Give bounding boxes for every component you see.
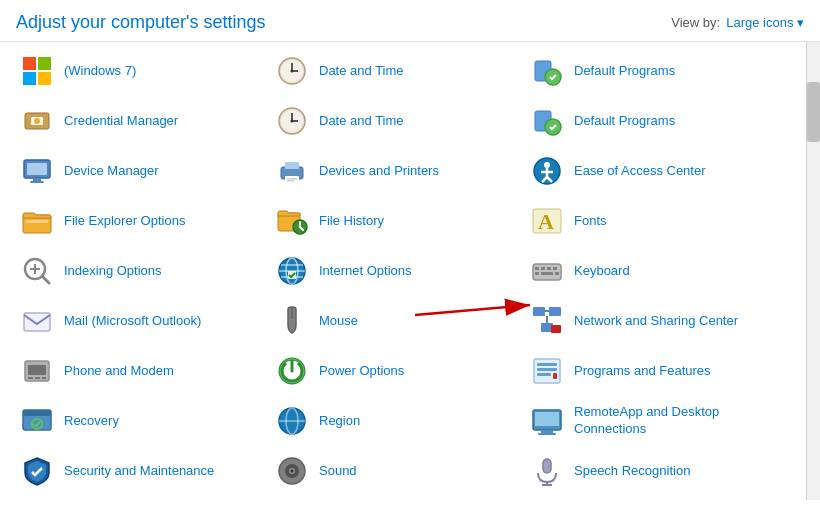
grid-item-recovery[interactable]: Recovery (8, 396, 263, 446)
svg-point-13 (34, 118, 40, 124)
recovery-icon (20, 404, 54, 438)
grid-row: File Explorer OptionsFile HistoryAFonts (8, 196, 806, 246)
default-programs-icon (530, 54, 564, 88)
items-grid: (Windows 7)Date and TimeDefault Programs… (0, 42, 806, 500)
grid-item-mail-outlook[interactable]: Mail (Microsoft Outlook) (8, 296, 263, 346)
grid-item-default-programs[interactable]: Default Programs (518, 46, 773, 96)
keyboard-icon (530, 254, 564, 288)
file-history-icon (275, 204, 309, 238)
grid-item-programs-features[interactable]: Programs and Features (518, 346, 773, 396)
grid-item-default-programs2[interactable]: Default Programs (518, 96, 773, 146)
device-manager-icon (20, 154, 54, 188)
item-label-internet-options: Internet Options (319, 263, 412, 280)
sound-icon (275, 454, 309, 488)
grid-item-fonts[interactable]: AFonts (518, 196, 773, 246)
grid-item-file-history[interactable]: File History (263, 196, 518, 246)
item-label-indexing-options: Indexing Options (64, 263, 162, 280)
item-label-date-time2: Date and Time (319, 113, 404, 130)
svg-text:A: A (538, 209, 554, 234)
grid-item-date-time2[interactable]: Date and Time (263, 96, 518, 146)
content-area: (Windows 7)Date and TimeDefault Programs… (0, 42, 820, 500)
svg-rect-78 (537, 363, 557, 366)
svg-rect-79 (537, 368, 557, 371)
datetime-icon (275, 54, 309, 88)
grid-item-security-maintenance[interactable]: Security and Maintenance (8, 446, 263, 496)
view-by-value[interactable]: Large icons ▾ (726, 15, 804, 30)
grid-item-device-manager[interactable]: Device Manager (8, 146, 263, 196)
scrollbar-thumb[interactable] (807, 82, 820, 142)
svg-rect-53 (535, 267, 539, 270)
svg-rect-59 (541, 272, 553, 275)
item-label-speech-recognition: Speech Recognition (574, 463, 690, 480)
svg-rect-22 (27, 163, 47, 175)
item-label-file-history: File History (319, 213, 384, 230)
grid-row: Indexing OptionsInternet OptionsKeyboard (8, 246, 806, 296)
item-label-fonts: Fonts (574, 213, 607, 230)
grid-item-credential-manager[interactable]: Credential Manager (8, 96, 263, 146)
grid-row: Storage SpacesSync CenterSYSSystem (8, 496, 806, 500)
item-label-keyboard: Keyboard (574, 263, 630, 280)
grid-item-internet-options[interactable]: Internet Options (263, 246, 518, 296)
grid-item-sync-center[interactable]: Sync Center (263, 496, 518, 500)
grid-item-ease-of-access[interactable]: Ease of Access Center (518, 146, 773, 196)
svg-rect-54 (541, 267, 545, 270)
svg-rect-56 (553, 267, 557, 270)
grid-item-speech-recognition[interactable]: Speech Recognition (518, 446, 773, 496)
grid-row: Security and MaintenanceSoundSpeech Reco… (8, 446, 806, 496)
remoteapp-icon (530, 404, 564, 438)
item-label-sound: Sound (319, 463, 357, 480)
svg-rect-3 (38, 72, 51, 85)
page-header: Adjust your computer's settings View by:… (0, 0, 820, 42)
svg-rect-91 (538, 433, 556, 435)
grid-item-storage-spaces[interactable]: Storage Spaces (8, 496, 263, 500)
view-by-label: View by: (671, 15, 720, 30)
grid-item-network-sharing[interactable]: Network and Sharing Center (518, 296, 773, 346)
grid-item-region[interactable]: Region (263, 396, 518, 446)
svg-rect-26 (285, 162, 299, 169)
svg-point-95 (291, 470, 294, 473)
grid-item-keyboard[interactable]: Keyboard (518, 246, 773, 296)
network-icon (530, 304, 564, 338)
grid-row: Device ManagerDevices and PrintersEase o… (8, 146, 806, 196)
svg-rect-1 (38, 57, 51, 70)
region-icon (275, 404, 309, 438)
grid-item-remoteapp[interactable]: RemoteApp and Desktop Connections (518, 396, 773, 446)
grid-item-power-options[interactable]: Power Options (263, 346, 518, 396)
item-label-programs-features: Programs and Features (574, 363, 711, 380)
item-label-recovery: Recovery (64, 413, 119, 430)
svg-point-31 (544, 162, 550, 168)
view-by-control[interactable]: View by: Large icons ▾ (671, 15, 804, 30)
mouse-icon (275, 304, 309, 338)
item-label-network-sharing: Network and Sharing Center (574, 313, 738, 330)
grid-row: Credential ManagerDate and TimeDefault P… (8, 96, 806, 146)
item-label-credential-manager: Credential Manager (64, 113, 178, 130)
grid-item-sound[interactable]: Sound (263, 446, 518, 496)
grid-item-date-time[interactable]: Date and Time (263, 46, 518, 96)
grid-item-system[interactable]: SYSSystem (518, 496, 773, 500)
grid-row: Mail (Microsoft Outlook)MouseNetwork and… (8, 296, 806, 346)
svg-rect-81 (553, 373, 557, 379)
datetime-icon (275, 104, 309, 138)
svg-rect-96 (543, 459, 551, 473)
grid-item-indexing-options[interactable]: Indexing Options (8, 246, 263, 296)
svg-rect-71 (28, 377, 33, 379)
svg-rect-89 (535, 412, 559, 426)
grid-item-phone-modem[interactable]: Phone and Modem (8, 346, 263, 396)
item-label-file-explorer: File Explorer Options (64, 213, 185, 230)
svg-rect-73 (42, 377, 46, 379)
grid-item-devices-printers[interactable]: Devices and Printers (263, 146, 518, 196)
svg-rect-37 (26, 220, 48, 223)
svg-rect-70 (28, 365, 46, 375)
grid-row: (Windows 7)Date and TimeDefault Programs (8, 46, 806, 96)
grid-item-file-explorer[interactable]: File Explorer Options (8, 196, 263, 246)
svg-rect-55 (547, 267, 551, 270)
indexing-icon (20, 254, 54, 288)
svg-rect-60 (555, 272, 559, 275)
item-label-region: Region (319, 413, 360, 430)
grid-item-windows7[interactable]: (Windows 7) (8, 46, 263, 96)
scrollbar-track[interactable] (806, 42, 820, 500)
ease-access-icon (530, 154, 564, 188)
item-label-devices-printers: Devices and Printers (319, 163, 439, 180)
svg-rect-23 (33, 178, 41, 181)
grid-item-mouse[interactable]: Mouse (263, 296, 518, 346)
